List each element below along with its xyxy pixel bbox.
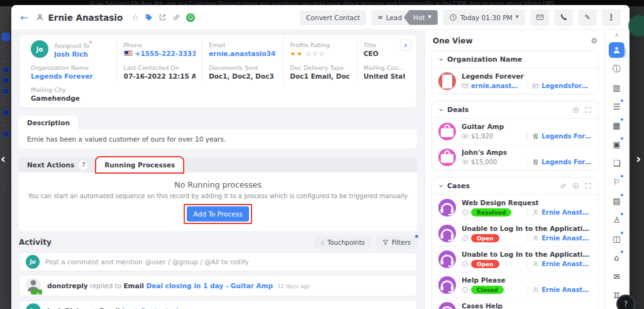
headset-icon [438, 225, 456, 242]
record-meta-link[interactable]: Ernie Anastasio [541, 286, 592, 293]
collapse-summary-button[interactable]: ∧ [400, 40, 411, 51]
record-meta-text[interactable]: ernie.anastasio3478@... [471, 82, 521, 89]
filters-active-dot [415, 235, 418, 238]
tab-description[interactable]: Description [19, 116, 78, 130]
background-nav-item [3, 142, 9, 148]
briefcase-icon [438, 149, 456, 166]
record-meta-link[interactable]: Legends Forever [541, 159, 592, 166]
gear-icon[interactable]: ⚙ [591, 37, 597, 45]
schedule-label: Today 01:30 PM [460, 14, 513, 21]
star-icon[interactable]: ☆ [131, 13, 139, 21]
funnel-icon [382, 239, 389, 245]
related-record-item[interactable]: Unable to Log In to the ApplicationOpenE… [432, 221, 598, 247]
filters-button[interactable]: Filters [376, 236, 417, 249]
record-meta-link[interactable]: Ernie Anastasio [541, 235, 592, 242]
headset-icon [438, 276, 456, 294]
record-meta-link[interactable]: Ernie Anastasio [541, 261, 592, 267]
chat-bubble[interactable] [628, 15, 644, 37]
documents-icon[interactable]: ❏ [606, 154, 628, 172]
touchpoints-button[interactable]: ☝Touchpoints [314, 236, 372, 249]
record-meta-link[interactable]: Legendsforever.co... [541, 82, 592, 89]
meta-divider [526, 286, 527, 294]
campaigns-icon[interactable]: ⚐ [606, 172, 628, 191]
section-header-deals[interactable]: Deals [432, 101, 598, 119]
inbox-icon[interactable]: ✉ [606, 267, 628, 286]
next-record-arrow[interactable]: › [636, 153, 641, 165]
feed-avatar: Jo✉ [26, 303, 41, 309]
related-record-item[interactable]: Cases HelpClosedErnie Anastasio [432, 298, 598, 309]
add-record-icon[interactable] [572, 106, 579, 113]
notification-dot [621, 137, 623, 140]
lead-stage-button[interactable]: ≡Lead [371, 10, 408, 25]
field-label: Phone [124, 42, 196, 48]
expand-icon[interactable] [585, 183, 592, 189]
next-actions-icon[interactable]: ☰ [606, 97, 628, 116]
record-meta-link[interactable]: Ernie Anastasio [541, 209, 592, 216]
checklist-icon[interactable]: ▤ [606, 191, 628, 210]
record-meta-link[interactable]: Legends Forever [541, 133, 592, 140]
briefcase-icon[interactable]: ▣ [606, 135, 628, 154]
profile-rating-stars[interactable]: ★★☆☆☆ [290, 50, 330, 57]
external-link-icon[interactable] [158, 13, 167, 21]
strip-scrollbar[interactable] [625, 48, 626, 58]
one-view-title: One View [433, 37, 472, 45]
previous-record-arrow[interactable]: ‹ [1, 153, 6, 165]
record-meta-right: Ernie Anastasio [532, 235, 592, 242]
field-value[interactable]: Josh Rich [54, 50, 92, 58]
record-meta-left: Open [462, 260, 521, 268]
related-record-item[interactable]: Guitar Amp$1,920Legends Forever [432, 119, 598, 145]
comment-composer[interactable]: Jo Post a comment and mention @user / @g… [19, 252, 417, 271]
help-button[interactable]: ? [616, 295, 635, 309]
field-value-text: 07-16-2022 12:15 AM [124, 72, 196, 80]
more-actions-button[interactable]: ⋮ [602, 9, 621, 26]
analytics-icon[interactable]: ▥ [606, 78, 628, 97]
service-desk-icon[interactable]: ♙ [606, 210, 628, 229]
convert-contact-button[interactable]: Convert Contact [300, 10, 367, 25]
field-value[interactable]: Legends Forever [31, 72, 93, 80]
record-meta-right: Ernie Anastasio [532, 261, 592, 267]
add-record-icon[interactable] [572, 183, 579, 189]
company-icon[interactable]: ⌂ [606, 248, 628, 267]
add-to-process-button[interactable]: Add To Process [187, 206, 250, 222]
status-badge: Open [471, 234, 499, 242]
link-icon[interactable] [172, 13, 180, 21]
field-value-text: ernie.anastasio3478... [209, 50, 277, 57]
record-meta-right: Legends Forever [532, 133, 592, 140]
field-label: Doc Delivery Type [290, 64, 350, 71]
mail-icon [462, 82, 469, 89]
schedule-dropdown[interactable]: Today 01:30 PM▼ [443, 9, 525, 25]
running-processes-label: Running Processes [104, 161, 175, 169]
field-value[interactable]: +1555-222-3333 [124, 50, 196, 57]
link-records-icon[interactable] [560, 183, 567, 189]
running-processes-panel: No Running processes You can start an au… [19, 172, 417, 231]
edit-button[interactable]: ✎ [578, 9, 597, 26]
section-header-organization[interactable]: Organization Name [432, 51, 598, 69]
tab-running-processes[interactable]: Running Processes [96, 157, 183, 172]
call-button[interactable] [554, 9, 573, 26]
related-record-item[interactable]: Legends Foreverernie.anastasio3478@...Le… [432, 69, 598, 94]
record-meta-left: Open [462, 234, 521, 242]
tag-icon[interactable] [145, 13, 153, 21]
lead-status-dropdown[interactable]: Hot▼ [404, 10, 438, 25]
feed-segment[interactable]: Deal closing in 1 day - Guitar Amp [144, 282, 273, 289]
sentiment-smiley-icon[interactable]: ☺ [186, 13, 195, 22]
back-arrow-icon[interactable]: ← [20, 12, 28, 23]
related-record-item[interactable]: Web Design RequestResolvedErnie Anastasi… [432, 195, 598, 221]
details-icon[interactable]: ⓘ [606, 59, 628, 78]
related-record-item[interactable]: Unable to Log In to the ApplicationOpenE… [432, 247, 598, 272]
tab-next-actions[interactable]: Next Actions 7 [19, 157, 96, 172]
products-icon[interactable]: ◫ [606, 229, 628, 248]
expand-icon[interactable] [585, 106, 592, 113]
calendar-icon[interactable]: ▦ [606, 116, 628, 135]
building-icon [438, 72, 456, 90]
section-header-cases[interactable]: Cases [432, 177, 598, 195]
related-record-item[interactable]: Help PleaseClosedErnie Anastasio [432, 272, 598, 298]
scroll-up-icon[interactable]: ∧ [615, 32, 619, 38]
one-view-section-deals: DealsGuitar Amp$1,920Legends ForeverJohn… [431, 101, 599, 171]
widget-icon-strip: ∧ ⓘ▥☰▦▣❏⚐▤♙◫⌂✉♊ [605, 30, 628, 309]
related-record-item[interactable]: John's Amps$15,000Legends Forever [432, 145, 598, 170]
record-meta-left: Closed [462, 286, 521, 294]
field-value[interactable]: ernie.anastasio3478... [209, 50, 277, 57]
summary-field-assigned-to: JoAssigned To*Josh Rich [25, 37, 118, 61]
email-button[interactable] [530, 9, 549, 26]
